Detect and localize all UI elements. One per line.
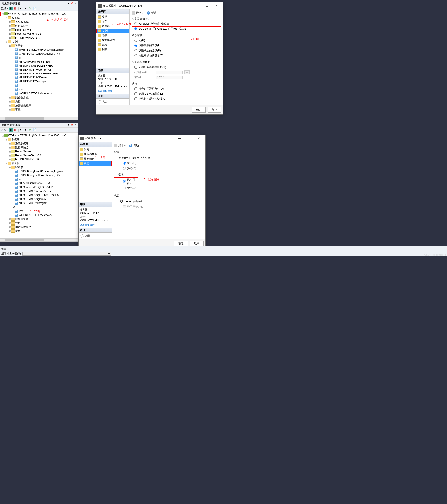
disabled-radio[interactable] <box>123 187 126 189</box>
login-item[interactable]: NT SERVICE\Winmgmt <box>1 80 78 84</box>
enabled-radio[interactable] <box>123 180 126 183</box>
tree-item[interactable]: ⊞RT_DB_WINCC_SA <box>1 36 78 40</box>
login-item[interactable]: WORKLAPTOP-LM\Lenovo <box>1 91 78 95</box>
common-criteria-check[interactable] <box>134 87 137 90</box>
tree-item[interactable]: ⊞RT_DB_WINCC_SA <box>1 157 78 161</box>
login-item[interactable]: lim <box>1 56 78 60</box>
login-item[interactable]: WORKLAPTOP-LM\Lenovo <box>1 213 78 217</box>
script-icon[interactable]: 📄 <box>33 7 36 10</box>
windows-auth-radio[interactable] <box>134 22 137 25</box>
logins-node[interactable]: ⊟登录名 <box>1 165 78 169</box>
login-item[interactable]: ##MS_PolicyTsqlExecutionLogin## <box>1 173 78 177</box>
tree-item[interactable]: ⊞服务器角色 <box>1 217 78 221</box>
login-item[interactable]: NT SERVICE\ReportServer <box>1 68 78 72</box>
tree-item[interactable]: ⊞审核 <box>1 108 78 111</box>
script-dropdown[interactable]: 脚本 <box>136 11 143 15</box>
output-source-select[interactable] <box>22 252 111 255</box>
view-connection-props-link[interactable]: 查看连接属性 <box>80 224 95 226</box>
maximize-button[interactable]: ☐ <box>184 135 194 142</box>
databases-node[interactable]: ⊟数据库 <box>1 138 78 142</box>
logins-node[interactable]: ⊟登录名 <box>1 44 78 48</box>
login-item[interactable]: NT Service\MSSQLSERVER <box>1 64 78 68</box>
dialog-titlebar[interactable]: 登录属性 - sa — ☐ ✕ <box>79 135 205 142</box>
login-item-sa[interactable]: sa <box>1 84 78 88</box>
ok-button[interactable]: 确定 <box>192 107 206 112</box>
view-connection-props-link[interactable]: 查看连接属性 <box>98 90 112 92</box>
tree-item[interactable]: ⊞数据库快照 <box>1 145 78 149</box>
tree-item[interactable]: ⊞凭据 <box>1 221 78 225</box>
login-item[interactable]: NT AUTHORITY\SYSTEM <box>1 60 78 64</box>
page-general[interactable]: 常规 <box>79 147 112 152</box>
enable-proxy-check[interactable] <box>134 66 137 69</box>
c2-audit-check[interactable] <box>134 92 137 95</box>
close-icon[interactable]: ✕ <box>74 2 77 5</box>
maximize-button[interactable]: ☐ <box>202 3 212 9</box>
deny-radio[interactable] <box>123 167 126 170</box>
dropdown-icon[interactable]: ▾ <box>67 2 70 5</box>
login-item[interactable]: NT SERVICE\Winmgmt <box>1 201 78 205</box>
dropdown-icon[interactable]: ▾ <box>67 124 70 127</box>
audit-both-radio[interactable] <box>134 54 137 57</box>
disconnect-icon[interactable]: ▣ <box>14 128 17 132</box>
login-item[interactable]: NT SERVICE\SQLWriter <box>1 76 78 80</box>
audit-none-radio[interactable] <box>134 39 137 42</box>
help-button[interactable]: 帮助 <box>151 11 157 15</box>
connect-icon[interactable]: ▣ <box>9 7 13 10</box>
cross-db-check[interactable] <box>134 97 137 100</box>
page-security[interactable]: 安全性 <box>96 29 129 33</box>
login-item[interactable]: NT SERVICE\ReportServer <box>1 189 78 193</box>
tree-item[interactable]: ⊞ReportServer <box>1 149 78 153</box>
login-item[interactable]: test <box>1 88 78 91</box>
tree-item[interactable]: ⊞ReportServerTempDB <box>1 32 78 36</box>
close-button[interactable]: ✕ <box>194 135 204 142</box>
connect-dropdown[interactable]: 连接 ▾ <box>1 128 8 132</box>
audit-success-radio[interactable] <box>134 49 137 52</box>
page-status[interactable]: 状态 <box>79 161 112 166</box>
pin-icon[interactable]: 📌 <box>70 124 73 127</box>
tree-item[interactable]: ⊞服务器角色 <box>1 95 78 99</box>
server-root-node[interactable]: ⊟WORKLAPTOP-LM (SQL Server 12.0.2000 - W… <box>1 12 78 16</box>
tree-item[interactable]: ⊞数据库快照 <box>1 24 78 28</box>
page-connections[interactable]: 连接 <box>96 33 129 38</box>
tree-item[interactable]: ⊞ReportServerTempDB <box>1 153 78 157</box>
horizontal-scrollbar[interactable] <box>0 238 78 241</box>
grant-radio[interactable] <box>123 162 126 165</box>
refresh-icon[interactable]: ↻ <box>29 7 32 10</box>
login-item[interactable]: NT AUTHORITY\SYSTEM <box>1 181 78 185</box>
audit-failed-radio[interactable] <box>134 44 137 47</box>
close-button[interactable]: ✕ <box>212 3 221 9</box>
cancel-button[interactable]: 取消 <box>208 107 221 112</box>
tree-item[interactable]: ⊞加密提供程序 <box>1 225 78 229</box>
login-item[interactable]: NT SERVICE\SQLWriter <box>1 197 78 201</box>
refresh-icon[interactable]: ↻ <box>29 128 32 132</box>
script-icon[interactable]: 📄 <box>33 128 36 132</box>
stop-icon[interactable]: ■ <box>20 7 23 10</box>
security-node[interactable]: ⊟安全性 <box>1 40 78 44</box>
login-item[interactable]: NT Service\MSSQLSERVER <box>1 185 78 189</box>
filter-icon[interactable]: ▼ <box>24 7 28 10</box>
connect-icon[interactable]: ▣ <box>9 128 13 132</box>
dialog-titlebar[interactable]: 服务器属性 - WORKLAPTOP-LM — ☐ ✕ <box>96 2 223 9</box>
tree-view[interactable]: ⊟WORKLAPTOP-LM (SQL Server 12.0.2000 - W… <box>0 133 78 238</box>
horizontal-scrollbar[interactable] <box>0 117 78 120</box>
stop-icon[interactable]: ■ <box>20 128 23 132</box>
tree-item[interactable]: ⊞审核 <box>1 229 78 233</box>
filter-icon[interactable]: ▼ <box>24 128 28 132</box>
minimize-button[interactable]: — <box>192 3 202 9</box>
tree-view[interactable]: ⊟WORKLAPTOP-LM (SQL Server 12.0.2000 - W… <box>0 11 78 117</box>
login-item[interactable]: ##MS_PolicyEventProcessingLogin## <box>1 169 78 173</box>
login-item[interactable]: ##MS_PolicyTsqlExecutionLogin## <box>1 52 78 56</box>
login-item[interactable]: lim <box>1 177 78 181</box>
tree-item[interactable]: ⊞加密提供程序 <box>1 104 78 108</box>
page-db-settings[interactable]: 数据库设置 <box>96 38 129 42</box>
page-advanced[interactable]: 高级 <box>96 42 129 47</box>
page-general[interactable]: 常规 <box>96 15 129 19</box>
server-root-node[interactable]: ⊟WORKLAPTOP-LM (SQL Server 12.0.2000 - W… <box>1 133 78 138</box>
tree-item[interactable]: ⊞凭据 <box>1 99 78 104</box>
disconnect-icon[interactable]: ▣ <box>14 7 17 10</box>
help-button[interactable]: 帮助 <box>134 144 139 147</box>
connect-dropdown[interactable]: 连接 ▾ <box>1 7 8 10</box>
tree-item[interactable]: ⊞ReportServer <box>1 28 78 32</box>
login-item-sa[interactable]: sa <box>1 205 15 209</box>
tree-item[interactable]: ⊞系统数据库 <box>1 142 78 145</box>
